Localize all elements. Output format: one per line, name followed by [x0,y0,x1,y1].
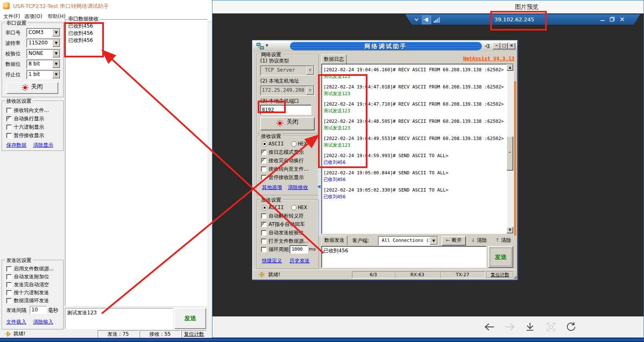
checkbox-hex-send[interactable] [6,290,12,295]
radio-label[interactable]: ASCII [269,205,284,210]
checkbox-label[interactable]: 打开文件数据源... [269,238,308,244]
checkbox-label[interactable]: 自动换行显示 [14,116,44,122]
history-send-link[interactable]: 历史发送 [290,258,310,264]
host-address-select[interactable]: 172.25.249.208 ▼ [260,86,315,96]
scroll-up-button[interactable]: ▲ [507,64,513,71]
checkbox-auto-checksum[interactable] [261,230,266,236]
clear-input-link[interactable]: 清除输入 [33,319,53,325]
menu-help[interactable]: 帮助(H) [48,13,65,19]
forward-icon[interactable] [504,322,515,332]
rotate-icon[interactable] [566,322,576,332]
disconnect-button[interactable]: ← 断开 [442,236,466,246]
serial-recv-textarea[interactable]: 已收到456 已收到456 已收到456 [65,19,207,306]
parity-select[interactable]: NONE ▼ [26,49,61,58]
checkbox-label[interactable]: 数据流循环发送 [14,298,49,303]
minimize-icon[interactable] [600,17,605,22]
checkbox-recv-to-file[interactable] [6,108,12,113]
restore-icon[interactable] [610,17,615,22]
chevron-down-icon[interactable]: ▼ [52,60,60,68]
serial-send-button[interactable]: 发送 [174,308,206,329]
fit-to-screen-icon[interactable] [546,322,556,332]
checkbox-label[interactable]: 暂停接收显示 [14,132,44,138]
checkbox-auto-clear[interactable] [6,282,12,288]
checkbox-label[interactable]: 接收转向至文件... [269,166,308,172]
checkbox-label[interactable]: 自动发送附加位 [14,274,49,280]
checkbox-label[interactable]: 自动发送校验位 [269,230,304,236]
chevron-down-icon[interactable]: ▼ [430,237,437,245]
checkbox-label[interactable]: 自动解析转义符 [269,213,304,219]
tab-data-send[interactable]: 数据发送 [321,236,347,245]
netassist-send-input[interactable]: 已收到456 [321,246,486,268]
checkbox-label[interactable]: 按日志模式显示 [269,149,304,155]
chevron-down-icon[interactable]: ▼ [52,39,60,47]
resize-grip[interactable]: ◢ [513,275,517,279]
client-select[interactable]: All Connections (1) ▼ [378,236,438,246]
checkbox-label[interactable]: 十六进制显示 [14,124,44,130]
data-bits-select[interactable]: 8 bit ▼ [26,60,61,69]
serial-send-input[interactable]: 测试发送123 [65,308,173,329]
radio-recv-hex[interactable] [291,141,297,147]
radio-recv-ascii[interactable] [262,141,267,147]
netassist-titlebar[interactable]: ▼ 网络调试助手 – □ × [253,41,517,51]
clear-recv-action[interactable]: ↓ 清除 [471,237,487,244]
checkbox-label[interactable]: 发送完自动清空 [14,282,49,288]
checkbox-parse-escape[interactable] [261,213,266,219]
stop-bits-select[interactable]: 1 bit ▼ [26,70,61,79]
checkbox-recv-to-file[interactable] [261,166,266,172]
chevron-down-icon[interactable]: ▼ [52,71,60,78]
clear-send-action[interactable]: ↑ 清除 [495,237,511,244]
checkbox-open-file-source[interactable] [261,238,266,244]
checkbox-log-mode[interactable] [261,150,266,155]
checkbox-auto-append[interactable] [6,274,12,280]
scrollbar-thumb[interactable]: ≡ [507,136,513,171]
checkbox-file-source[interactable] [6,266,12,272]
menu-options[interactable]: 选项(O) [24,13,42,19]
close-icon[interactable] [620,17,625,22]
netassist-reset-counter-button[interactable]: 复位计数 [486,271,514,278]
serial-close-button[interactable]: 关闭 [6,82,58,94]
radio-send-ascii[interactable] [262,205,267,210]
preview-header[interactable]: 图片预览 [212,0,644,13]
serial-titlebar[interactable]: USR-TCP232-Test 串口转网络调试助手 [0,0,212,12]
serial-reset-counter-button[interactable]: 复位计数 [181,330,207,338]
checkbox-at-cr[interactable] [261,222,266,227]
checkbox-pause-recv[interactable] [6,133,12,138]
log-textarea[interactable]: [2022-02-24 19:04:46.160]# RECV ASCII FR… [321,64,514,234]
minimize-button[interactable]: – [493,43,500,49]
clear-display-link[interactable]: 清除显示 [33,142,53,148]
clear-recv-link[interactable]: 清除接收 [288,184,308,190]
netassist-send-button[interactable]: 发送 [488,246,513,268]
other-options-link[interactable]: 其他选项 [262,184,282,190]
baud-rate-select[interactable]: 115200 ▼ [26,39,61,48]
interval-input[interactable]: 10 [30,306,47,314]
chevron-down-icon[interactable]: ▼ [52,29,60,36]
checkbox-auto-wrap[interactable] [6,116,12,122]
checkbox-hex-display[interactable] [6,124,12,130]
menu-file[interactable]: 文件(F) [3,13,20,19]
com-port-select[interactable]: COM3 ▼ [26,28,61,37]
cycle-label[interactable]: 循环周期 [269,246,289,252]
checkbox-pause-recv-area[interactable] [261,175,266,180]
host-port-input[interactable]: 8192 [260,105,311,115]
shortcut-define-link[interactable]: 快捷定义 [262,258,282,264]
taskbar-strip[interactable] [0,338,644,342]
checkbox-label[interactable]: 按十六进制发送 [14,290,49,295]
network-app-icon[interactable] [256,43,264,49]
cycle-input[interactable]: 1000 [290,245,308,254]
download-icon[interactable] [525,322,535,332]
checkbox-label[interactable]: 接收转向文件... [14,107,49,113]
chevron-down-icon[interactable]: ▼ [52,50,60,57]
checkbox-cycle-send[interactable] [261,247,266,252]
checkbox-loop-send[interactable] [6,298,12,303]
radio-label[interactable]: HEX [298,141,307,147]
radio-send-hex[interactable] [291,205,297,210]
back-icon[interactable] [484,322,495,332]
checkbox-label[interactable]: 启用文件数据源... [14,266,54,272]
close-button[interactable]: × [508,43,515,49]
tab-data-log[interactable]: 数据日志 [321,54,347,64]
file-load-link[interactable]: 文件载入 [6,319,26,325]
radio-label[interactable]: ASCII [269,141,284,147]
chevron-down-icon[interactable]: ▼ [266,44,268,47]
maximize-button[interactable]: □ [500,43,508,49]
checkbox-label[interactable]: 暂停接收区显示 [269,174,304,180]
